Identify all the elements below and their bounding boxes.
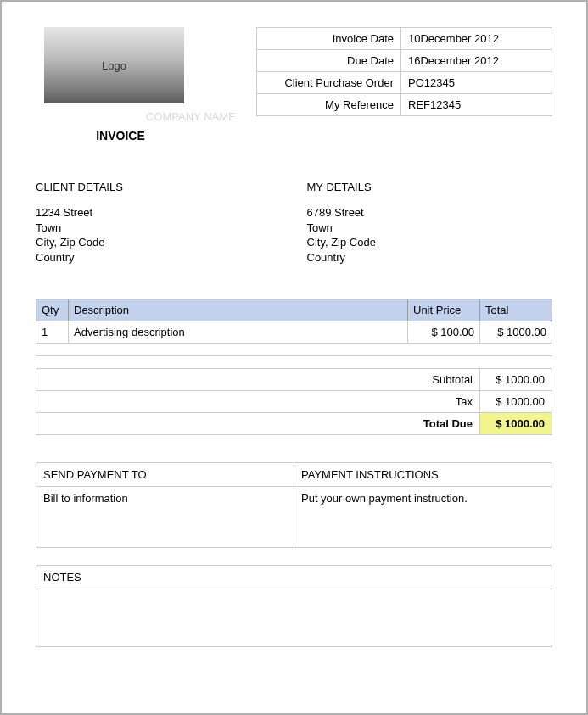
payment-body-row: Bill to information Put your own payment… (36, 487, 552, 548)
ref-value: PO12345 (401, 72, 552, 94)
header-row: Logo COMPANY NAME INVOICE Invoice Date 1… (36, 27, 552, 142)
ref-label: My Reference (257, 94, 401, 116)
totals-table: Subtotal $ 1000.00 Tax $ 1000.00 Total D… (36, 368, 552, 435)
logo-placeholder: Logo (44, 27, 184, 103)
subtotal-value: $ 1000.00 (480, 369, 552, 391)
ref-row-my-ref: My Reference REF12345 (257, 94, 552, 116)
ref-value: REF12345 (401, 94, 552, 116)
col-qty: Qty (36, 299, 69, 321)
ref-row-invoice-date: Invoice Date 10December 2012 (257, 28, 552, 50)
details-row: CLIENT DETAILS 1234 Street Town City, Zi… (36, 181, 552, 265)
subtotal-row: Subtotal $ 1000.00 (36, 369, 552, 391)
ref-value: 10December 2012 (401, 28, 552, 50)
tax-label: Tax (36, 391, 480, 413)
cell-desc: Advertising description (69, 321, 408, 344)
client-line: 1234 Street (36, 205, 282, 221)
subtotal-label: Subtotal (36, 369, 480, 391)
notes-table: NOTES (36, 565, 552, 647)
payment-instructions-label: PAYMENT INSTRUCTIONS (294, 463, 552, 487)
notes-header-row: NOTES (36, 566, 552, 589)
invoice-title: INVOICE (10, 129, 231, 142)
ref-label: Client Purchase Order (257, 72, 401, 94)
payment-instructions-body: Put your own payment instruction. (294, 487, 552, 548)
ref-label: Due Date (257, 50, 401, 72)
total-due-row: Total Due $ 1000.00 (36, 413, 552, 435)
cell-qty: 1 (36, 321, 69, 344)
items-header-row: Qty Description Unit Price Total (36, 299, 552, 321)
ref-row-due-date: Due Date 16December 2012 (257, 50, 552, 72)
logo-block: Logo COMPANY NAME INVOICE (36, 27, 231, 142)
divider (36, 355, 552, 356)
cell-unit: $ 100.00 (408, 321, 480, 344)
company-name: COMPANY NAME (146, 110, 236, 123)
total-due-label: Total Due (36, 413, 480, 435)
my-details: MY DETAILS 6789 Street Town City, Zip Co… (307, 181, 553, 265)
payment-header-row: SEND PAYMENT TO PAYMENT INSTRUCTIONS (36, 463, 552, 487)
invoice-page: Logo COMPANY NAME INVOICE Invoice Date 1… (0, 0, 588, 715)
client-details: CLIENT DETAILS 1234 Street Town City, Zi… (36, 181, 282, 265)
cell-total: $ 1000.00 (480, 321, 552, 344)
payment-table: SEND PAYMENT TO PAYMENT INSTRUCTIONS Bil… (36, 462, 552, 548)
client-line: Town (36, 221, 282, 236)
my-line: 6789 Street (307, 205, 553, 221)
my-heading: MY DETAILS (307, 181, 553, 193)
col-total: Total (480, 299, 552, 321)
col-desc: Description (69, 299, 408, 321)
client-line: City, Zip Code (36, 235, 282, 250)
ref-value: 16December 2012 (401, 50, 552, 72)
client-heading: CLIENT DETAILS (36, 181, 282, 193)
total-due-value: $ 1000.00 (480, 413, 552, 435)
ref-label: Invoice Date (257, 28, 401, 50)
notes-body-row (36, 589, 552, 647)
line-items-table: Qty Description Unit Price Total 1 Adver… (36, 299, 552, 344)
tax-row: Tax $ 1000.00 (36, 391, 552, 413)
reference-table: Invoice Date 10December 2012 Due Date 16… (256, 27, 552, 116)
my-line: Town (307, 221, 553, 236)
table-row: 1 Advertising description $ 100.00 $ 100… (36, 321, 552, 344)
client-line: Country (36, 250, 282, 265)
my-line: Country (307, 250, 553, 265)
ref-row-po: Client Purchase Order PO12345 (257, 72, 552, 94)
send-payment-body: Bill to information (36, 487, 294, 548)
logo-text: Logo (102, 59, 126, 72)
send-payment-label: SEND PAYMENT TO (36, 463, 294, 487)
my-line: City, Zip Code (307, 235, 553, 250)
tax-value: $ 1000.00 (480, 391, 552, 413)
col-unit: Unit Price (408, 299, 480, 321)
notes-label: NOTES (36, 566, 552, 589)
notes-body (36, 589, 552, 647)
